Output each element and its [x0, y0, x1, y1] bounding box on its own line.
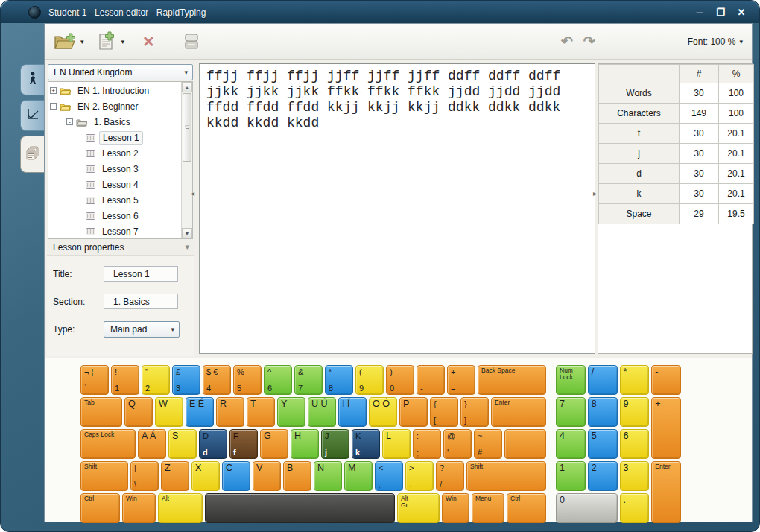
- tab-students[interactable]: [20, 64, 45, 95]
- key-caps-lock[interactable]: Caps Lock: [80, 429, 136, 459]
- tab-lessons[interactable]: [20, 136, 45, 173]
- key-sym[interactable]: &7: [294, 365, 323, 395]
- key-sym[interactable]: %5: [233, 365, 262, 395]
- scroll-down-button[interactable]: ▼: [182, 228, 192, 238]
- key-shift[interactable]: Shift: [80, 461, 128, 491]
- tree-expander-icon[interactable]: -: [66, 118, 73, 125]
- key-sym[interactable]: }]: [460, 397, 489, 427]
- key-1[interactable]: 1: [556, 461, 586, 491]
- minimize-button[interactable]: ─: [693, 7, 706, 19]
- collapse-right-splitter[interactable]: ▸: [593, 189, 597, 197]
- key-sym[interactable]: ?/: [436, 461, 464, 491]
- maximize-button[interactable]: ❐: [714, 7, 727, 19]
- tree-item-lesson-5[interactable]: Lesson 5: [48, 192, 180, 208]
- font-zoom-dropdown[interactable]: Font: 100 % ▾: [688, 37, 743, 47]
- close-button[interactable]: ✕: [735, 7, 748, 19]
- key-sym[interactable]: ~#: [474, 429, 502, 459]
- key-s[interactable]: S: [168, 429, 197, 459]
- key-i[interactable]: I Í: [338, 397, 367, 427]
- key-sym[interactable]: @': [443, 429, 472, 459]
- key-alt-gr[interactable]: Alt Gr: [397, 493, 440, 523]
- key-r[interactable]: R: [216, 397, 244, 427]
- key-u[interactable]: U Ú: [308, 397, 336, 427]
- key-sym[interactable]: /: [588, 365, 618, 395]
- key-n[interactable]: N: [314, 461, 342, 491]
- key-j[interactable]: Jj: [321, 429, 349, 459]
- language-combobox[interactable]: EN United Kingdom ▾: [48, 64, 193, 80]
- key-p[interactable]: P: [399, 397, 428, 427]
- key-sym[interactable]: >.: [405, 461, 434, 491]
- key-8[interactable]: 8: [588, 397, 618, 427]
- key-£[interactable]: £3: [172, 365, 200, 395]
- key-f[interactable]: Ff: [229, 429, 258, 459]
- key-sym[interactable]: -: [651, 365, 681, 395]
- key-sym[interactable]: *8: [325, 365, 353, 395]
- key-k[interactable]: Kk: [352, 429, 380, 459]
- undo-icon[interactable]: ↶: [561, 33, 573, 50]
- key-v[interactable]: V: [253, 461, 281, 491]
- lesson-text-editor[interactable]: ffjj ffjj ffjj jjff jjff jjff ddff ddff …: [199, 63, 595, 354]
- key-sym[interactable]: ^6: [264, 365, 292, 395]
- tab-statistics[interactable]: [20, 100, 45, 131]
- key-g[interactable]: G: [260, 429, 288, 459]
- key-c[interactable]: C: [222, 461, 250, 491]
- key-m[interactable]: M: [344, 461, 373, 491]
- new-lesson-caret-icon[interactable]: ▾: [121, 38, 125, 45]
- key-sym[interactable]: !1: [111, 365, 139, 395]
- tree-item-lesson-4[interactable]: Lesson 4: [48, 177, 180, 192]
- collapse-left-splitter[interactable]: ◂: [191, 189, 194, 197]
- key-sym[interactable]: *: [620, 365, 650, 395]
- key-sym[interactable]: )0: [386, 365, 414, 395]
- key-sym[interactable]: +=: [447, 365, 475, 395]
- section-field[interactable]: 1. Basics: [104, 294, 178, 309]
- key-€[interactable]: $ €4: [203, 365, 231, 395]
- tree-item-lesson-3[interactable]: Lesson 3: [48, 161, 180, 177]
- scroll-up-button[interactable]: ▲: [182, 82, 192, 92]
- key-sym[interactable]: <,: [375, 461, 403, 491]
- lesson-properties-header[interactable]: Lesson properties ▾: [47, 239, 194, 256]
- key-win[interactable]: Win: [122, 493, 156, 523]
- key-ctrl[interactable]: Ctrl: [80, 493, 120, 523]
- tree-expander-icon[interactable]: -: [50, 103, 57, 110]
- new-course-caret-icon[interactable]: ▾: [80, 38, 84, 45]
- key-sym[interactable]: (9: [355, 365, 384, 395]
- key-6[interactable]: 6: [620, 429, 650, 459]
- key-b[interactable]: B: [283, 461, 311, 491]
- key-num-lock[interactable]: Num Lock: [556, 365, 586, 395]
- key-9[interactable]: 9: [620, 397, 650, 427]
- key-sym[interactable]: _-: [417, 365, 445, 395]
- tree-scrollbar[interactable]: ▲ ▼: [181, 82, 192, 238]
- key-back-space[interactable]: Back Space: [478, 365, 546, 395]
- key-sym[interactable]: |\: [130, 461, 159, 491]
- key-sym[interactable]: "2: [142, 365, 170, 395]
- tree-expander-icon[interactable]: +: [50, 87, 57, 94]
- key-w[interactable]: W: [155, 397, 183, 427]
- key-menu[interactable]: Menu: [472, 493, 504, 523]
- key-blank[interactable]: [504, 429, 546, 459]
- key-e[interactable]: E É: [186, 397, 214, 427]
- collapse-panel-icon[interactable]: ▾: [185, 242, 189, 252]
- key-3[interactable]: 3: [620, 461, 650, 491]
- key-o[interactable]: O Ó: [369, 397, 397, 427]
- key-5[interactable]: 5: [588, 429, 618, 459]
- delete-button[interactable]: ✕: [142, 33, 155, 51]
- redo-icon[interactable]: ↷: [583, 33, 595, 50]
- tree-item-lesson-6[interactable]: Lesson 6: [48, 208, 180, 224]
- key-4[interactable]: 4: [556, 429, 586, 459]
- key-0[interactable]: 0: [556, 493, 618, 523]
- key-q[interactable]: Q: [124, 397, 153, 427]
- tree-item-1-basics[interactable]: -1. Basics: [48, 114, 180, 130]
- key-a[interactable]: A Á: [138, 429, 166, 459]
- key-sym[interactable]: :;: [413, 429, 441, 459]
- key-win[interactable]: Win: [442, 493, 469, 523]
- key-d[interactable]: Dd: [199, 429, 227, 459]
- type-dropdown[interactable]: Main pad ▾: [104, 321, 180, 338]
- key-t[interactable]: T: [247, 397, 275, 427]
- new-course-button[interactable]: [52, 30, 77, 54]
- tree-item-lesson-7[interactable]: Lesson 7: [48, 224, 180, 238]
- key-enter[interactable]: Enter: [491, 397, 546, 427]
- key-2[interactable]: 2: [588, 461, 618, 491]
- key-¬-¦[interactable]: ¬ ¦`: [80, 365, 109, 395]
- key-alt[interactable]: Alt: [158, 493, 203, 523]
- key-sym[interactable]: {[: [430, 397, 458, 427]
